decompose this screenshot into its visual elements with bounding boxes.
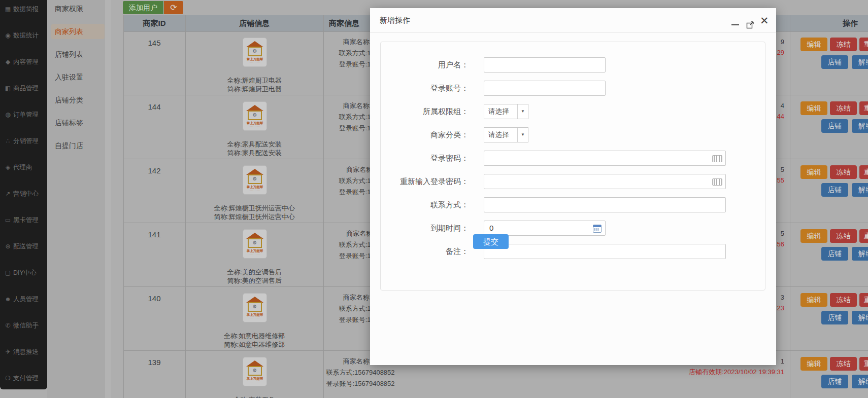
header-operations: 操作 — [790, 15, 868, 31]
submenu-item-4[interactable]: 入驻设置 — [51, 69, 105, 85]
shop-short-name: 简称:辉煌橱卫抚州运营中心 — [185, 212, 323, 221]
sidebar-item-15[interactable]: ❍支付管理 — [0, 373, 47, 384]
login-account-input[interactable] — [484, 81, 606, 96]
unbind-button[interactable]: 解绑 — [852, 247, 868, 261]
sidebar-item-label: 内容管理 — [13, 58, 39, 66]
remark-input[interactable] — [484, 244, 726, 259]
action-buttons-row1: 编辑冻结重 — [800, 101, 868, 115]
shop-button[interactable]: 店铺 — [821, 183, 848, 197]
action-buttons-row1: 编辑冻结重 — [800, 357, 868, 371]
expire-time-input[interactable]: 0 — [484, 221, 606, 236]
unbind-button[interactable]: 解绑 — [852, 119, 868, 133]
action-buttons-row2: 店铺解绑 — [821, 183, 868, 197]
coin-icon: ◉ — [4, 32, 12, 39]
shop-button[interactable]: 店铺 — [821, 119, 848, 133]
password-input[interactable] — [484, 151, 726, 166]
submenu-item-7[interactable]: 自提门店 — [51, 138, 105, 153]
sidebar-item-8[interactable]: ↗营销中心 — [0, 188, 47, 199]
sidebar-item-label: 黑卡管理 — [13, 216, 39, 225]
shop-button[interactable]: 店铺 — [821, 55, 848, 69]
sidebar-item-7[interactable]: ◈代理商 — [0, 162, 47, 173]
submenu-item-3[interactable]: 店铺列表 — [51, 47, 105, 62]
select-merchant-category[interactable]: 请选择▼ — [484, 127, 528, 142]
new-operation-modal: 新增操作 ✕ 用户名：登录账号：所属权限组：请选择▼商家分类：请选择▼登录密码：… — [370, 8, 776, 365]
username-input[interactable] — [484, 57, 606, 73]
freeze-button[interactable]: 冻结 — [830, 165, 857, 179]
shop-button[interactable]: 店铺 — [821, 247, 848, 261]
logo-subtext: ·········· — [249, 381, 260, 383]
sidebar-item-1[interactable]: ▦数据简报 — [0, 4, 47, 15]
logo-house-gear-icon: ⚙ — [248, 238, 262, 248]
add-user-button[interactable]: 添加用户 — [123, 1, 163, 14]
action-buttons-row1: 编辑冻结重 — [800, 293, 868, 307]
shop-name-cell: 全称:安装服务 — [185, 395, 323, 398]
store-logo: ⚙掌上万能帮·········· — [243, 38, 267, 67]
sidebar-item-14[interactable]: ✈消息推送 — [0, 346, 47, 357]
submenu-item-2[interactable]: 商家列表 — [51, 24, 105, 39]
freeze-button[interactable]: 冻结 — [830, 101, 857, 115]
sidebar-item-2[interactable]: ◉数据统计 — [0, 30, 47, 41]
submenu-item-5[interactable]: 店铺分类 — [51, 92, 105, 107]
reset-password-button[interactable]: 重 — [859, 229, 868, 243]
submenu-item-6[interactable]: 店铺标签 — [51, 115, 105, 130]
unbind-button[interactable]: 解绑 — [852, 183, 868, 197]
field-label: 到期时间： — [381, 221, 469, 236]
select-permission-group[interactable]: 请选择▼ — [484, 104, 528, 119]
sidebar-item-6[interactable]: ∴分销管理 — [0, 135, 47, 147]
tag-icon: ◆ — [4, 58, 12, 65]
shop-short-name: 简称:辉煌厨卫电器 — [185, 85, 323, 93]
keyboard-icon — [712, 178, 722, 186]
unbind-button[interactable]: 解绑 — [852, 55, 868, 69]
action-buttons-row1: 编辑冻结重 — [800, 229, 868, 243]
calendar-icon[interactable] — [593, 225, 602, 233]
reset-password-button[interactable]: 重 — [859, 357, 868, 371]
shop-full-name: 全称:美的空调售后 — [185, 268, 323, 276]
close-icon[interactable]: ✕ — [760, 15, 769, 27]
submenu-item-1[interactable]: 商家权限 — [51, 1, 105, 16]
freeze-button[interactable]: 冻结 — [830, 293, 857, 307]
shop-button[interactable]: 店铺 — [821, 375, 848, 388]
sidebar-item-label: 支付管理 — [13, 374, 39, 383]
reset-password-button[interactable]: 重 — [859, 38, 868, 51]
page-gutter — [105, 0, 111, 398]
submit-button[interactable]: 提交 — [473, 234, 509, 249]
edit-button[interactable]: 编辑 — [800, 357, 827, 371]
edit-button[interactable]: 编辑 — [800, 165, 827, 179]
freeze-button[interactable]: 冻结 — [830, 38, 857, 51]
confirm-password-input[interactable] — [484, 174, 726, 189]
sidebar-item-12[interactable]: ☻人员管理 — [0, 294, 47, 305]
sidebar-item-5[interactable]: ◍订单管理 — [0, 109, 47, 120]
refresh-button[interactable]: ⟳ — [164, 1, 183, 14]
reset-password-button[interactable]: 重 — [859, 101, 868, 115]
sidebar-item-3[interactable]: ◆内容管理 — [0, 56, 47, 67]
field-label: 商家分类： — [381, 127, 469, 142]
form-row: 重新输入登录密码： — [381, 174, 765, 189]
sidebar-item-10[interactable]: ⊛配送管理 — [0, 241, 47, 252]
shop-button[interactable]: 店铺 — [821, 311, 848, 324]
shop-name-cell: 全称:如意电器维修部简称:如意电器维修部 — [185, 332, 323, 349]
sidebar-item-11[interactable]: ▢DIY中心 — [0, 267, 47, 278]
contact-input[interactable] — [484, 197, 726, 212]
merchant-info-line: 登录账号:15679408852 — [325, 378, 395, 389]
sidebar-item-13[interactable]: ✆微信助手 — [0, 320, 47, 331]
edit-button[interactable]: 编辑 — [800, 38, 827, 51]
maximize-icon[interactable] — [746, 21, 754, 29]
sidebar-item-9[interactable]: ▭黑卡管理 — [0, 214, 47, 226]
edit-button[interactable]: 编辑 — [800, 229, 827, 243]
shop-full-name: 全称:辉煌厨卫电器 — [185, 76, 323, 85]
freeze-button[interactable]: 冻结 — [830, 357, 857, 371]
merchant-id-cell: 144 — [123, 102, 185, 111]
sidebar-item-4[interactable]: ◧商品管理 — [0, 83, 47, 94]
minimize-icon[interactable] — [731, 24, 739, 25]
edit-button[interactable]: 编辑 — [800, 101, 827, 115]
payment-icon: ❍ — [4, 375, 12, 382]
unbind-button[interactable]: 解绑 — [852, 311, 868, 324]
form-row: 联系方式： — [381, 197, 765, 212]
freeze-button[interactable]: 冻结 — [830, 229, 857, 243]
action-buttons-row1: 编辑冻结重 — [800, 165, 868, 179]
unbind-button[interactable]: 解绑 — [852, 375, 868, 388]
edit-button[interactable]: 编辑 — [800, 293, 827, 307]
reset-password-button[interactable]: 重 — [859, 293, 868, 307]
field-label: 备注： — [381, 244, 469, 259]
reset-password-button[interactable]: 重 — [859, 165, 868, 179]
